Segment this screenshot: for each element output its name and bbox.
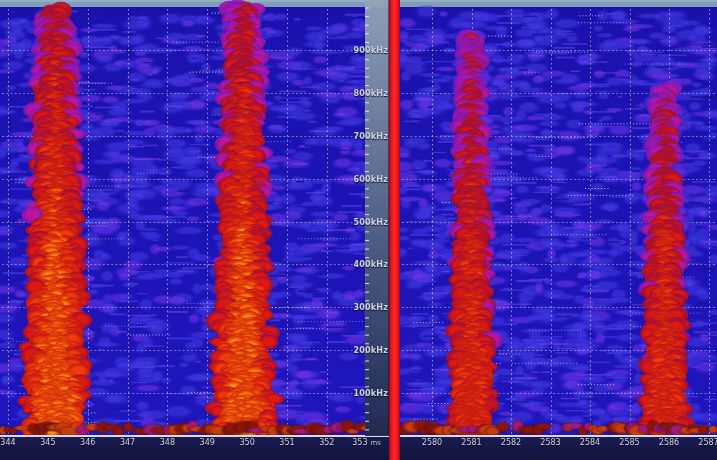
- spectrogram-viewer: 900kHz800kHz700kHz600kHz500kHz400kHz300k…: [0, 0, 717, 460]
- spectrogram-panel-right[interactable]: [400, 0, 717, 437]
- panel-divider[interactable]: [389, 0, 400, 460]
- spectrogram-panel-left[interactable]: [0, 0, 391, 437]
